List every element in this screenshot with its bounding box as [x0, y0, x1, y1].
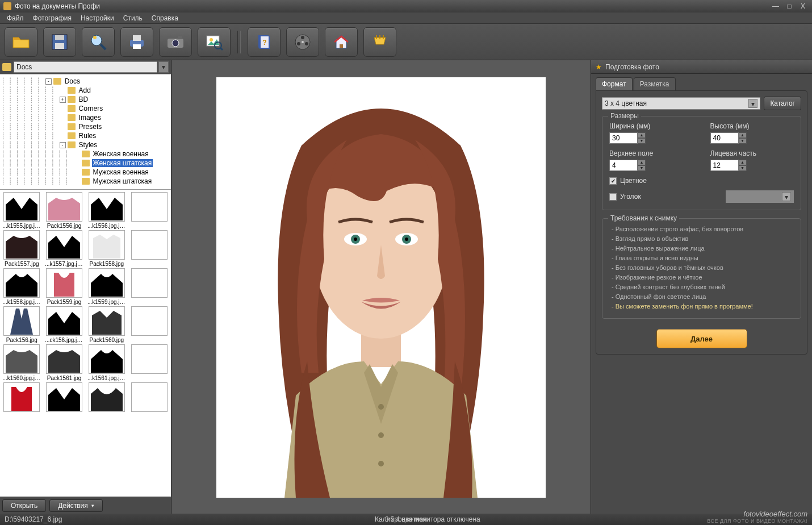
thumbnail[interactable]: ...k1557.jpg.jpeg: [44, 230, 85, 267]
requirements-list: Расположение строго анфас, без поворотов…: [609, 224, 794, 311]
folder-tree[interactable]: ┊ ┊ ┊ ┊ ┊ ┊ -Docs┊ ┊ ┊ ┊ ┊ ┊ ┊ ┊ Add┊ ┊ …: [0, 74, 171, 190]
thumbnail-caption: Pack1556.jpg: [47, 223, 82, 229]
tree-node[interactable]: ┊ ┊ ┊ ┊ ┊ ┊ ┊ ┊ ┊ ┊ Женская штатская: [1, 159, 171, 168]
thumbnail[interactable]: [1, 382, 43, 413]
thumbnail[interactable]: ...k1560.jpg.jpeg: [1, 344, 43, 381]
thumbnail[interactable]: ...k1561.jpg.jpeg: [86, 344, 128, 381]
thumbnail[interactable]: ...k1558.jpg.jpeg: [1, 268, 43, 305]
tree-node[interactable]: ┊ ┊ ┊ ┊ ┊ ┊ ┊ ┊ -Styles: [1, 140, 171, 149]
tree-node[interactable]: ┊ ┊ ┊ ┊ ┊ ┊ ┊ ┊ ┊ ┊ Мужская военная: [1, 168, 171, 177]
thumbnail[interactable]: ...ck156.jpg.jpeg: [44, 306, 85, 343]
camera-button[interactable]: [159, 27, 192, 57]
width-input[interactable]: [609, 132, 638, 144]
requirement-item: Вы сможете заменить фон прямо в программ…: [612, 302, 794, 311]
thumbnail[interactable]: Pack1560.jpg: [86, 306, 128, 343]
thumbnail-caption: Pack1559.jpg: [47, 299, 82, 305]
zoom-search-button[interactable]: [82, 27, 115, 57]
menu-Справка[interactable]: Справка: [147, 13, 183, 23]
thumbnail[interactable]: [128, 192, 170, 229]
save-disk-button[interactable]: [43, 27, 76, 57]
corner-checkbox[interactable]: [609, 193, 617, 201]
left-bottom-toolbar: Открыть Действия: [0, 497, 171, 514]
watermark: fotovideoeffect.com ВСЕ ДЛЯ ФОТО И ВИДЕО…: [707, 510, 807, 524]
photo-canvas-area: [171, 60, 591, 514]
status-bar: D:\59403217_6.jpg 3 x 4 цветная Калибров…: [0, 514, 812, 525]
tab-format[interactable]: Формат: [596, 77, 633, 90]
path-dropdown-button[interactable]: ▾: [158, 61, 169, 73]
thumbnail[interactable]: Pack1559.jpg: [44, 268, 85, 305]
top-margin-input[interactable]: [609, 160, 638, 171]
tree-node[interactable]: ┊ ┊ ┊ ┊ ┊ ┊ ┊ ┊ Add: [1, 86, 171, 95]
thumbnail[interactable]: Pack1561.jpg: [44, 344, 85, 381]
maximize-button[interactable]: □: [784, 2, 795, 10]
thumbnail[interactable]: [128, 306, 170, 343]
format-select[interactable]: 3 x 4 цветная ▾: [602, 97, 760, 110]
video-reel-button[interactable]: [286, 27, 319, 57]
svg-rect-23: [340, 44, 343, 48]
thumbnail[interactable]: [128, 230, 170, 267]
tree-node[interactable]: ┊ ┊ ┊ ┊ ┊ ┊ ┊ ┊ Presets: [1, 122, 171, 131]
requirement-item: Взгляд прямо в объектив: [612, 234, 794, 244]
photo-zoom-button[interactable]: [198, 27, 231, 57]
svg-point-3: [91, 35, 102, 45]
print-button[interactable]: [120, 27, 153, 57]
svg-point-36: [378, 432, 384, 438]
thumbnail[interactable]: Pack1558.jpg: [86, 230, 128, 267]
requirement-item: Однотонный фон светлее лица: [612, 292, 794, 302]
tree-node[interactable]: ┊ ┊ ┊ ┊ ┊ ┊ ┊ ┊ ┊ ┊ Мужская штатская: [1, 177, 171, 186]
path-input[interactable]: [14, 61, 157, 73]
minimize-button[interactable]: —: [770, 2, 781, 10]
top-margin-spinner[interactable]: ▲▼: [638, 160, 646, 171]
tree-node[interactable]: ┊ ┊ ┊ ┊ ┊ ┊ -Docs: [1, 77, 171, 86]
thumbnail[interactable]: Pack1556.jpg: [44, 192, 85, 229]
face-part-label: Лицевая часть: [710, 149, 794, 157]
menu-Настройки[interactable]: Настройки: [76, 13, 119, 23]
color-checkbox[interactable]: [609, 177, 617, 185]
thumbnail[interactable]: [128, 268, 170, 305]
help-book-button[interactable]: ?: [248, 27, 281, 57]
thumbnail[interactable]: [128, 344, 170, 381]
right-panel-header: ★ Подготовка фото: [591, 60, 812, 74]
open-folder-button[interactable]: [5, 27, 37, 57]
photo-preview[interactable]: [216, 77, 546, 498]
thumbnail-caption: ...ck156.jpg.jpeg: [45, 337, 83, 343]
face-part-input[interactable]: [710, 160, 739, 171]
title-bar: Фото на документы Профи — □ X: [0, 0, 812, 13]
tree-node[interactable]: ┊ ┊ ┊ ┊ ┊ ┊ ┊ ┊ Corners: [1, 104, 171, 113]
requirements-legend: Требования к снимку: [608, 214, 679, 222]
tree-node[interactable]: ┊ ┊ ┊ ┊ ┊ ┊ ┊ ┊ Images: [1, 113, 171, 122]
thumbnail[interactable]: ...k1555.jpg.jpeg: [1, 192, 43, 229]
folder-icon: [68, 96, 76, 103]
thumbnail[interactable]: Pack1557.jpg: [1, 230, 43, 267]
tree-node[interactable]: ┊ ┊ ┊ ┊ ┊ ┊ ┊ ┊ Rules: [1, 131, 171, 140]
thumbnail[interactable]: ...k1556.jpg.jpeg: [86, 192, 128, 229]
height-input[interactable]: [710, 132, 739, 144]
menu-Файл[interactable]: Файл: [2, 13, 28, 23]
menu-Стиль[interactable]: Стиль: [119, 13, 147, 23]
open-button[interactable]: Открыть: [2, 499, 46, 512]
cart-button[interactable]: [363, 27, 396, 57]
tree-node[interactable]: ┊ ┊ ┊ ┊ ┊ ┊ ┊ ┊ +BD: [1, 95, 171, 104]
height-spinner[interactable]: ▲▼: [739, 132, 747, 144]
close-button[interactable]: X: [797, 2, 809, 10]
menu-Фотография[interactable]: Фотография: [28, 13, 76, 23]
next-button[interactable]: Далее: [656, 329, 747, 348]
thumbnail[interactable]: [128, 382, 170, 413]
thumbnail[interactable]: [44, 382, 85, 413]
catalog-button[interactable]: Каталог: [764, 97, 801, 110]
actions-dropdown[interactable]: Действия: [49, 499, 103, 512]
tab-markup[interactable]: Разметка: [634, 77, 676, 90]
thumbnails-pane[interactable]: ...k1555.jpg.jpegPack1556.jpg...k1556.jp…: [0, 190, 171, 497]
home-button[interactable]: [325, 27, 358, 57]
face-part-spinner[interactable]: ▲▼: [739, 160, 747, 171]
width-spinner[interactable]: ▲▼: [638, 132, 646, 144]
tree-node[interactable]: ┊ ┊ ┊ ┊ ┊ ┊ ┊ ┊ ┊ ┊ Женская военная: [1, 149, 171, 159]
corner-select[interactable]: ▾: [726, 190, 794, 203]
thumbnail[interactable]: Pack156.jpg: [1, 306, 43, 343]
svg-rect-7: [133, 35, 141, 41]
thumbnail[interactable]: ...k1559.jpg.jpeg: [86, 268, 128, 305]
format-select-value: 3 x 4 цветная: [605, 99, 647, 107]
thumbnail-caption: Pack156.jpg: [6, 337, 37, 343]
thumbnail[interactable]: [86, 382, 128, 413]
thumbnail-caption: Pack1561.jpg: [47, 375, 82, 381]
